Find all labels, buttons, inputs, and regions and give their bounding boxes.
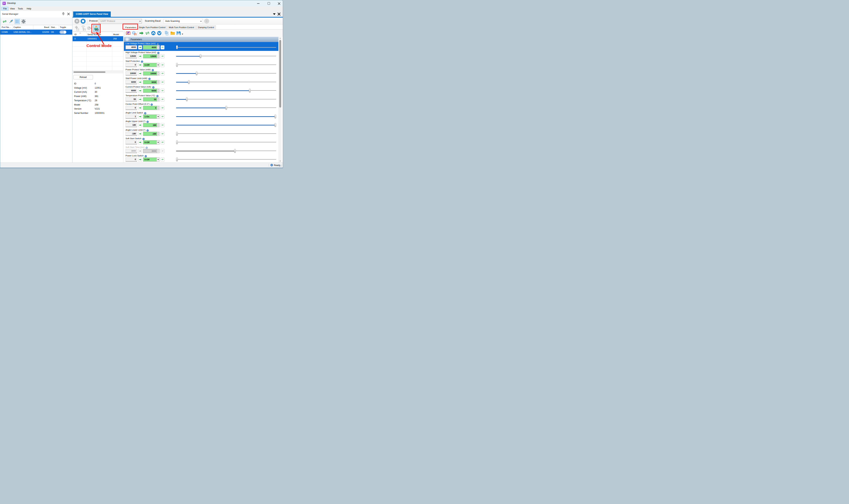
parameter-slider[interactable]	[176, 132, 276, 136]
parameter-set-dropdown[interactable]: 0-Off	[143, 140, 159, 144]
spin-down-icon[interactable]: ▼	[157, 108, 159, 110]
spin-down-icon[interactable]: ▼	[157, 134, 159, 136]
apply-arrow-button[interactable]	[138, 89, 142, 93]
sync-button[interactable]	[161, 140, 164, 144]
slider-handle[interactable]	[275, 123, 276, 127]
toolbar-drag-handle[interactable]	[1, 19, 1, 24]
col-model[interactable]: Model	[113, 33, 119, 36]
maximize-button[interactable]	[264, 0, 273, 6]
stop-icon[interactable]	[81, 19, 86, 24]
tab-multi-turn[interactable]: Multi-Turn Position Control	[167, 25, 196, 30]
download-circle-icon[interactable]	[157, 31, 162, 36]
apply-arrow-button[interactable]	[138, 158, 142, 162]
device-table-hscrollbar[interactable]	[73, 71, 123, 73]
sync-button[interactable]	[161, 63, 164, 67]
copy-icon[interactable]	[164, 31, 169, 36]
spin-up-icon[interactable]: ▲	[157, 106, 159, 108]
menu-help[interactable]: Help	[25, 7, 33, 11]
tab-close-icon[interactable]	[278, 13, 281, 16]
close-button[interactable]	[275, 0, 283, 6]
scrollbar-thumb[interactable]	[279, 40, 281, 108]
spin-up-icon[interactable]: ▲	[157, 72, 159, 74]
slider-handle[interactable]	[225, 106, 227, 110]
save-options-caret-icon[interactable]	[182, 34, 183, 35]
parameter-set-dropdown[interactable]: 0-Off	[143, 158, 159, 162]
apply-arrow-button[interactable]	[138, 140, 142, 144]
port-list-icon[interactable]	[15, 19, 20, 24]
sync-button[interactable]	[161, 71, 164, 75]
slider-handle[interactable]	[176, 46, 178, 49]
device-row[interactable]: 0 10000001 258	[73, 36, 123, 41]
scroll-up-icon[interactable]	[280, 38, 281, 39]
chevron-down-icon[interactable]	[157, 141, 159, 144]
apply-arrow-button[interactable]	[138, 71, 142, 75]
parameter-set-spinbox[interactable]: 4000▲▼	[143, 46, 159, 50]
parameter-set-dropdown[interactable]: 0-Off	[143, 63, 159, 67]
port-toggle[interactable]: ON	[59, 30, 67, 34]
servo-panel-tab[interactable]: COM5-UART Servo Panel View	[73, 12, 111, 17]
apply-arrow-button[interactable]	[138, 63, 142, 67]
spin-up-icon[interactable]: ▲	[157, 89, 159, 91]
parameters-section-header[interactable]: Parameters	[124, 37, 278, 42]
export-book-icon[interactable]	[126, 31, 130, 36]
slider-handle[interactable]	[176, 158, 178, 161]
parameter-slider[interactable]	[176, 140, 276, 144]
settings-gear-icon[interactable]	[21, 19, 26, 24]
open-folder-icon[interactable]	[170, 31, 175, 36]
parameter-set-spinbox[interactable]: 180▲▼	[143, 123, 159, 127]
tab-single-turn[interactable]: Single-Turn Position Control	[138, 25, 167, 30]
parameter-set-spinbox[interactable]: 6000▲▼	[143, 89, 159, 93]
chevron-down-icon[interactable]	[157, 63, 159, 67]
parameter-set-spinbox[interactable]: -180▲▼	[143, 132, 159, 136]
menu-file[interactable]: File	[1, 7, 8, 11]
apply-arrow-button[interactable]	[138, 114, 142, 119]
chevron-down-icon[interactable]	[157, 115, 159, 119]
apply-arrow-button[interactable]	[138, 46, 142, 50]
spin-down-icon[interactable]: ▼	[157, 56, 159, 58]
spin-up-icon[interactable]: ▲	[157, 54, 159, 56]
spin-up-icon[interactable]: ▲	[157, 80, 159, 83]
parameter-slider[interactable]	[176, 80, 276, 84]
slider-handle[interactable]	[200, 54, 201, 58]
parameter-slider[interactable]	[176, 63, 276, 67]
sync-button[interactable]	[161, 106, 164, 110]
disk-save-icon[interactable]	[132, 31, 137, 36]
sync-button[interactable]	[161, 54, 164, 58]
spin-up-icon[interactable]: ▲	[157, 149, 159, 151]
scan-radar-icon[interactable]	[204, 18, 209, 24]
refresh-icon[interactable]	[2, 19, 7, 24]
menu-view[interactable]: View	[8, 7, 17, 11]
menu-tools[interactable]: Tools	[16, 7, 25, 11]
apply-arrow-button[interactable]	[138, 132, 142, 136]
slider-handle[interactable]	[188, 80, 190, 84]
parameter-slider[interactable]	[176, 71, 276, 75]
serial-table-header[interactable]: Port Na... Caption Baud Stat... Toggle	[0, 25, 72, 30]
spin-down-icon[interactable]: ▼	[157, 100, 159, 101]
parameter-set-spinbox[interactable]: 6000▲▼	[143, 80, 159, 84]
parameter-set-spinbox[interactable]: 12600▲▼	[143, 54, 159, 58]
apply-arrow-icon[interactable]	[139, 31, 144, 36]
col-serial-number[interactable]: Serial Number	[87, 33, 101, 36]
parameter-slider[interactable]	[176, 97, 276, 102]
slider-handle[interactable]	[275, 114, 276, 119]
upload-circle-icon[interactable]	[151, 31, 156, 36]
slider-handle[interactable]	[186, 97, 188, 101]
play-icon[interactable]	[74, 19, 79, 24]
parameter-slider[interactable]	[176, 158, 276, 162]
slider-handle[interactable]	[176, 132, 178, 136]
parameter-slider[interactable]	[176, 106, 276, 110]
connect-plug-icon[interactable]	[8, 19, 14, 24]
tab-list-caret-icon[interactable]	[273, 13, 276, 15]
slider-handle[interactable]	[176, 140, 178, 144]
sync-button[interactable]	[161, 132, 164, 136]
spin-up-icon[interactable]: ▲	[157, 97, 159, 100]
col-status[interactable]: Stat...	[51, 26, 56, 28]
parameter-slider[interactable]	[176, 123, 276, 127]
protocol-select[interactable]: UART Protocol	[99, 19, 142, 23]
save-icon[interactable]	[176, 31, 181, 36]
parameter-set-spinbox[interactable]: 10000▲▼	[143, 71, 159, 75]
apply-arrow-button[interactable]	[138, 80, 142, 84]
scanning-baud-select[interactable]: Auto Scanning	[163, 19, 203, 23]
apply-arrow-button[interactable]	[138, 123, 142, 127]
apply-arrow-button[interactable]	[138, 54, 142, 58]
